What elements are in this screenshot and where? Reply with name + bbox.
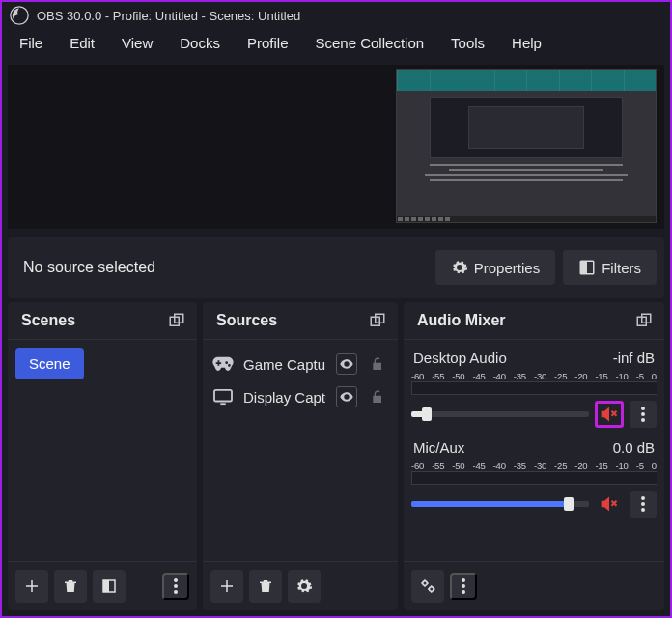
volume-slider[interactable] xyxy=(411,501,589,507)
lock-toggle[interactable] xyxy=(367,386,388,407)
source-label: Display Capture xyxy=(243,389,326,406)
svg-point-24 xyxy=(462,584,465,588)
svg-point-23 xyxy=(462,578,465,582)
popout-icon[interactable] xyxy=(635,312,653,329)
menu-profile[interactable]: Profile xyxy=(234,29,302,57)
docks-row: Scenes Scene Sources Gam xyxy=(2,302,670,616)
menu-file[interactable]: File xyxy=(6,29,56,57)
channel-menu-button[interactable] xyxy=(630,491,657,518)
menubar: File Edit View Docks Profile Scene Colle… xyxy=(2,29,670,65)
remove-scene-button[interactable] xyxy=(54,570,87,603)
menu-scene-collection[interactable]: Scene Collection xyxy=(302,29,438,57)
mixer-menu-button[interactable] xyxy=(450,573,477,600)
gears-icon xyxy=(419,577,436,595)
app-window: OBS 30.0.0 - Profile: Untitled - Scenes:… xyxy=(0,0,672,618)
sources-title: Sources xyxy=(216,312,277,329)
volume-slider[interactable] xyxy=(411,411,589,417)
filters-icon xyxy=(100,577,118,595)
svg-point-8 xyxy=(174,584,178,588)
channel-menu-button[interactable] xyxy=(630,401,657,428)
scenes-header: Scenes xyxy=(8,302,197,340)
unlock-icon xyxy=(370,356,385,372)
gamepad-icon xyxy=(212,355,234,373)
kebab-icon xyxy=(462,578,465,594)
advanced-audio-button[interactable] xyxy=(411,570,444,603)
visibility-toggle[interactable] xyxy=(336,353,357,375)
filters-icon xyxy=(578,259,596,276)
plus-icon xyxy=(218,577,236,595)
add-source-button[interactable] xyxy=(210,570,243,603)
unlock-icon xyxy=(370,389,385,405)
channel-name: Desktop Audio xyxy=(413,350,507,366)
scene-filters-button[interactable] xyxy=(93,570,126,603)
properties-button[interactable]: Properties xyxy=(435,250,555,285)
svg-point-25 xyxy=(462,590,465,594)
trash-icon xyxy=(62,577,79,595)
mixer-header: Audio Mixer xyxy=(404,302,664,340)
svg-point-9 xyxy=(174,590,178,594)
scenes-footer xyxy=(8,561,197,610)
speaker-muted-icon xyxy=(600,495,619,513)
scenes-title: Scenes xyxy=(21,312,75,329)
svg-point-15 xyxy=(641,407,645,410)
kebab-icon xyxy=(641,407,645,422)
meter-ticks: -60-55-50-45-40-35-30-25-20-15-10-50 xyxy=(411,460,657,471)
sources-header: Sources xyxy=(203,302,398,340)
trash-icon xyxy=(257,577,274,595)
svg-point-17 xyxy=(641,418,645,422)
svg-point-22 xyxy=(430,587,434,592)
menu-edit[interactable]: Edit xyxy=(56,29,108,57)
mute-button[interactable] xyxy=(595,491,624,518)
popout-icon[interactable] xyxy=(369,312,386,329)
properties-label: Properties xyxy=(474,260,540,276)
menu-view[interactable]: View xyxy=(108,29,166,57)
svg-rect-6 xyxy=(103,580,109,592)
source-properties-button[interactable] xyxy=(288,570,321,603)
kebab-icon xyxy=(641,496,645,512)
menu-tools[interactable]: Tools xyxy=(437,29,498,57)
menu-docks[interactable]: Docks xyxy=(166,29,234,57)
svg-point-21 xyxy=(423,581,428,586)
svg-point-20 xyxy=(641,508,645,512)
visibility-toggle[interactable] xyxy=(336,386,357,407)
filters-button[interactable]: Filters xyxy=(563,250,657,285)
titlebar: OBS 30.0.0 - Profile: Untitled - Scenes:… xyxy=(2,2,670,29)
svg-point-7 xyxy=(174,578,178,582)
meter-ticks: -60-55-50-45-40-35-30-25-20-15-10-50 xyxy=(411,370,657,381)
svg-point-18 xyxy=(641,496,645,500)
mixer-footer xyxy=(404,561,664,610)
preview-thumbnail xyxy=(396,69,657,223)
popout-icon[interactable] xyxy=(168,312,185,329)
svg-point-19 xyxy=(641,502,645,506)
obs-logo-icon xyxy=(10,6,29,25)
scenes-menu-button[interactable] xyxy=(162,573,189,600)
source-item[interactable]: Game Capture xyxy=(210,348,390,380)
channel-db: -inf dB xyxy=(613,350,655,366)
remove-source-button[interactable] xyxy=(249,570,282,603)
gear-icon xyxy=(295,577,313,595)
filters-label: Filters xyxy=(602,260,641,276)
scene-item[interactable]: Scene xyxy=(15,348,84,379)
scenes-panel: Scenes Scene xyxy=(8,302,197,610)
svg-point-16 xyxy=(641,412,645,416)
audio-meter xyxy=(411,471,657,485)
eye-icon xyxy=(339,389,354,405)
add-scene-button[interactable] xyxy=(15,570,48,603)
preview-canvas[interactable] xyxy=(8,65,664,229)
svg-rect-12 xyxy=(214,390,232,402)
channel-db: 0.0 dB xyxy=(613,439,655,456)
lock-toggle[interactable] xyxy=(367,353,388,375)
audio-channel-desktop: Desktop Audio -inf dB -60-55-50-45-40-35… xyxy=(411,348,657,428)
monitor-icon xyxy=(212,388,234,406)
mute-button[interactable] xyxy=(595,401,624,428)
plus-icon xyxy=(23,577,41,595)
audio-mixer-panel: Audio Mixer Desktop Audio -inf dB -60-55… xyxy=(404,302,664,610)
kebab-icon xyxy=(174,578,178,594)
svg-rect-2 xyxy=(580,261,587,274)
window-title: OBS 30.0.0 - Profile: Untitled - Scenes:… xyxy=(37,9,300,23)
sources-footer xyxy=(203,561,398,610)
eye-icon xyxy=(339,356,354,372)
menu-help[interactable]: Help xyxy=(498,29,555,57)
source-item[interactable]: Display Capture xyxy=(210,380,390,413)
audio-channel-mic: Mic/Aux 0.0 dB -60-55-50-45-40-35-30-25-… xyxy=(411,437,657,518)
